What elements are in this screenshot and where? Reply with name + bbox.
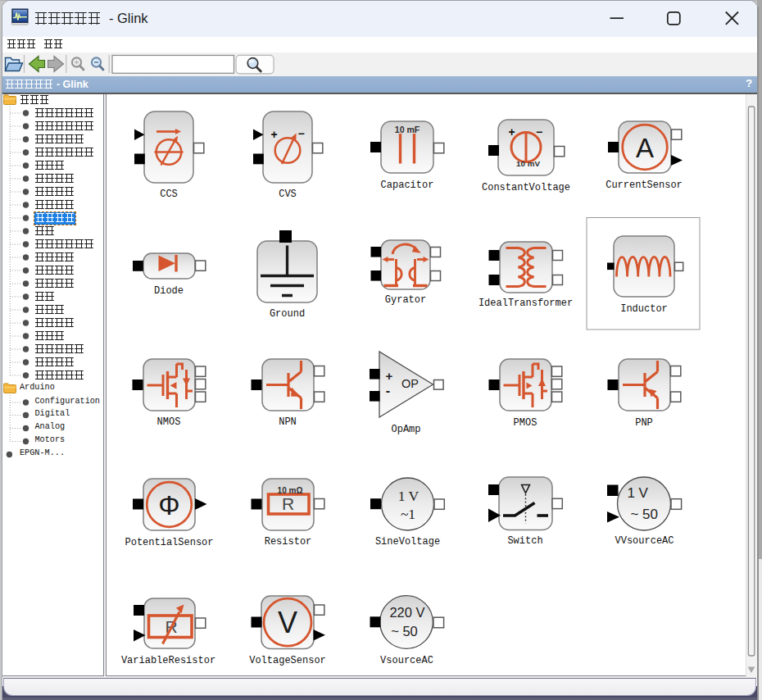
svg-text:VVsourceAC: VVsourceAC — [615, 535, 674, 547]
svg-text:Resistor: Resistor — [265, 536, 312, 548]
svg-text:VsourceAC: VsourceAC — [380, 655, 433, 666]
svg-text:CurrentSensor: CurrentSensor — [606, 180, 683, 191]
svg-text:1 V: 1 V — [627, 485, 648, 501]
svg-text:CCS: CCS — [160, 189, 178, 200]
svg-text:SineVoltage: SineVoltage — [375, 536, 440, 548]
svg-text:~1: ~1 — [401, 506, 415, 522]
svg-text:OP: OP — [401, 377, 419, 390]
svg-text:R: R — [282, 494, 294, 513]
svg-text:~ 50: ~ 50 — [391, 624, 418, 639]
svg-text:NPN: NPN — [279, 416, 297, 428]
svg-text:220 V: 220 V — [389, 605, 424, 620]
svg-text:A: A — [636, 133, 654, 163]
svg-text:IdealTransformer: IdealTransformer — [479, 298, 573, 309]
svg-text:+: + — [270, 128, 277, 141]
svg-text:Diode: Diode — [154, 285, 184, 297]
svg-text:Switch: Switch — [507, 535, 542, 547]
svg-text:−: − — [536, 125, 542, 139]
svg-text:10 mV: 10 mV — [516, 159, 540, 168]
svg-text:~ 50: ~ 50 — [630, 507, 658, 522]
svg-text:-: - — [386, 384, 390, 398]
svg-text:OpAmp: OpAmp — [391, 424, 420, 435]
svg-text:+: + — [508, 125, 515, 139]
svg-text:PotentialSensor: PotentialSensor — [125, 537, 213, 548]
svg-text:Φ: Φ — [158, 490, 179, 520]
svg-text:CVS: CVS — [279, 189, 297, 200]
svg-text:NMOS: NMOS — [157, 416, 181, 428]
svg-text:PNP: PNP — [635, 417, 653, 429]
svg-text:VariableResistor: VariableResistor — [121, 655, 215, 666]
svg-text:V: V — [278, 606, 297, 639]
svg-text:Capacitor: Capacitor — [381, 180, 434, 191]
svg-text:VoltageSensor: VoltageSensor — [249, 655, 326, 666]
svg-text:Inductor: Inductor — [620, 303, 668, 315]
svg-text:1 V: 1 V — [398, 488, 420, 504]
svg-text:PMOS: PMOS — [514, 417, 537, 429]
svg-text:Ground: Ground — [270, 308, 305, 320]
svg-text:Gyrator: Gyrator — [385, 294, 426, 306]
svg-text:−: − — [297, 127, 304, 140]
svg-text:10 mF: 10 mF — [395, 125, 420, 134]
svg-text:+: + — [386, 369, 393, 383]
svg-text:ConstantVoltage: ConstantVoltage — [482, 182, 570, 193]
